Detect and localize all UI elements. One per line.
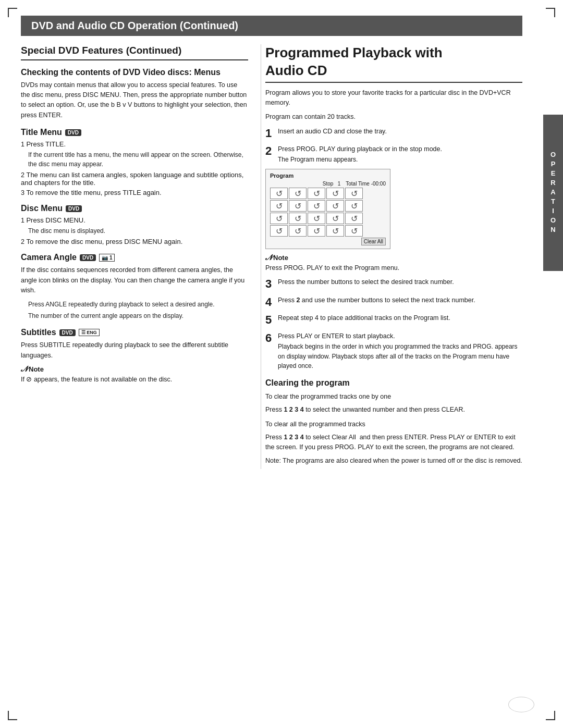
camera-angle-item2: The number of the current angle appears …	[28, 311, 248, 320]
total-time: Total Time -00:00	[346, 181, 386, 187]
camera-angle-item1: Press ANGLE repeatedly during playback t…	[28, 300, 248, 309]
right-note-icon: 𝒩	[265, 253, 272, 262]
step-1-content: Insert an audio CD and close the tray.	[278, 127, 522, 137]
prog-cell-1-2: ↺	[289, 188, 307, 199]
prog-cell-3-2: ↺	[289, 213, 307, 224]
disc-menu-dvd-badge: DVD	[66, 205, 82, 212]
step-4: 4 Press 2 and use the number buttons to …	[265, 295, 522, 309]
left-note: 𝒩 Note If ⊘ appears, the feature is not …	[21, 365, 248, 385]
clearing-one-by-one-intro: To clear the programmed tracks one by on…	[265, 392, 522, 402]
step-2: 2 Press PROG. PLAY during playback or in…	[265, 144, 522, 165]
step-4-content: Press 2 and use the number buttons to se…	[278, 295, 522, 305]
prog-cell-3-5: ↺	[345, 213, 363, 224]
subtitles-dvd-badge: DVD	[59, 329, 76, 336]
program-screen: Program Stop 1 Total Time -00:00 ↺ ↺ ↺ ↺…	[265, 169, 390, 249]
right-title-line2: Audio CD	[265, 63, 327, 78]
title-menu-item3-text: To remove the title menu, press TITLE ag…	[26, 189, 161, 196]
right-note-text: Press PROG. PLAY to exit the Program men…	[265, 263, 522, 273]
right-title-line1: Programmed Playback with	[265, 45, 443, 60]
title-menu-label: Title Menu	[21, 128, 62, 137]
right-can-contain: Program can contain 20 tracks.	[265, 112, 522, 122]
disc-menu-heading: Disc Menu DVD	[21, 204, 248, 213]
step-5-text: Repeat step 4 to place additional tracks…	[278, 314, 450, 322]
left-note-label-text: Note	[29, 365, 44, 373]
program-grid-row3: ↺ ↺ ↺ ↺ ↺	[270, 213, 386, 224]
step-2-sub: The Program menu appears.	[278, 155, 522, 165]
left-section-title: Special DVD Features (Continued)	[21, 44, 248, 60]
step-5-content: Repeat step 4 to place additional tracks…	[278, 313, 522, 323]
subtitles-icon: ☰ ENG	[79, 329, 100, 336]
disc-menu-item-1: 1 Press DISC MENU.	[21, 216, 248, 224]
prog-cell-3-1: ↺	[270, 213, 288, 224]
program-grid-row2: ↺ ↺ ↺ ↺ ↺	[270, 200, 386, 212]
step-3-text: Press the number buttons to select the d…	[278, 278, 454, 286]
step-5: 5 Repeat step 4 to place additional trac…	[265, 313, 522, 327]
step-6: 6 Press PLAY or ENTER to start playback.…	[265, 331, 522, 371]
screen-bottom-info: Clear All	[270, 238, 386, 245]
prog-cell-1-3: ↺	[308, 188, 325, 199]
left-note-label: 𝒩 Note	[21, 365, 248, 374]
main-header: DVD and Audio CD Operation (Continued)	[21, 16, 522, 36]
clearing-note-text: Note: The programs are also cleared when…	[265, 456, 522, 466]
step-3-num: 3	[265, 277, 277, 291]
program-screen-title: Program	[270, 172, 386, 179]
checking-subsection-title: Checking the contents of DVD Video discs…	[21, 68, 248, 77]
decorative-oval	[508, 697, 534, 712]
step-6-text: Press PLAY or ENTER to start playback.	[278, 332, 395, 340]
disc-menu-item1-sub: The disc menu is displayed.	[28, 226, 248, 236]
subtitles-label: Subtitles	[21, 328, 56, 337]
content-area: Special DVD Features (Continued) Checkin…	[21, 44, 522, 469]
disc-menu-item2-text: To remove the disc menu, press DISC MENU…	[26, 238, 182, 245]
prog-cell-1-1: ↺	[270, 188, 288, 199]
clearing-all-intro: To clear all the programmed tracks	[265, 419, 522, 429]
step-3-content: Press the number buttons to select the d…	[278, 277, 522, 287]
step-2-text: Press PROG. PLAY during playback or in t…	[278, 145, 442, 153]
prog-cell-1-5: ↺	[345, 188, 363, 199]
step-1-num: 1	[265, 127, 277, 140]
title-menu-item1-text: Press TITLE.	[26, 140, 66, 148]
checking-body: DVDs may contain menus that allow you to…	[21, 80, 248, 121]
camera-angle-dvd-badge: DVD	[80, 254, 96, 261]
title-menu-dvd-badge: DVD	[65, 129, 81, 136]
side-tab: OPERATION	[543, 115, 563, 271]
prog-cell-4-5: ↺	[345, 225, 363, 237]
title-menu-item1-sub: If the current title has a menu, the men…	[28, 150, 248, 169]
step-6-content: Press PLAY or ENTER to start playback. P…	[278, 331, 522, 371]
page: OPERATION DVD and Audio CD Operation (Co…	[0, 0, 563, 728]
title-menu-item-2: 2 The menu can list camera angles, spoke…	[21, 171, 248, 187]
clearing-title: Clearing the program	[265, 378, 522, 388]
prog-cell-2-1: ↺	[270, 200, 288, 212]
step-4-num: 4	[265, 295, 277, 309]
left-note-text: If ⊘ appears, the feature is not availab…	[21, 375, 248, 385]
title-menu-item-1: 1 Press TITLE.	[21, 140, 248, 148]
left-column: Special DVD Features (Continued) Checkin…	[21, 44, 261, 469]
right-section-title: Programmed Playback with Audio CD	[265, 44, 522, 83]
step-1: 1 Insert an audio CD and close the tray.	[265, 127, 522, 140]
side-tab-label: OPERATION	[549, 151, 557, 235]
prog-cell-4-4: ↺	[326, 225, 344, 237]
right-intro: Program allows you to store your favorit…	[265, 88, 522, 108]
clear-all-button[interactable]: Clear All	[361, 238, 386, 245]
prog-cell-1-4: ↺	[326, 188, 344, 199]
right-note-label-text: Note	[273, 254, 288, 262]
note-icon: 𝒩	[21, 365, 27, 374]
disc-menu-item1-text: Press DISC MENU.	[26, 216, 85, 224]
right-column: Programmed Playback with Audio CD Progra…	[261, 44, 522, 469]
screen-top-info: Stop 1 Total Time -00:00	[270, 181, 386, 187]
prog-cell-3-3: ↺	[308, 213, 325, 224]
clearing-all-text: Press 1 2 3 4 to select Clear All and th…	[265, 433, 522, 453]
prog-cell-4-3: ↺	[308, 225, 325, 237]
program-grid-row4: ↺ ↺ ↺ ↺ ↺	[270, 225, 386, 237]
camera-angle-heading: Camera Angle DVD 📷 1	[21, 253, 248, 262]
subtitles-heading: Subtitles DVD ☰ ENG	[21, 328, 248, 337]
step-3: 3 Press the number buttons to select the…	[265, 277, 522, 291]
disc-menu-label: Disc Menu	[21, 204, 63, 213]
program-grid-row1: ↺ ↺ ↺ ↺ ↺	[270, 188, 386, 199]
disc-menu-item-2: 2 To remove the disc menu, press DISC ME…	[21, 238, 248, 245]
prog-cell-2-3: ↺	[308, 200, 325, 212]
prog-cell-2-5: ↺	[345, 200, 363, 212]
right-note: 𝒩 Note Press PROG. PLAY to exit the Prog…	[265, 253, 522, 273]
camera-angle-icon: 📷 1	[99, 254, 115, 262]
prog-cell-4-1: ↺	[270, 225, 288, 237]
stop-label: Stop 1	[323, 181, 340, 187]
